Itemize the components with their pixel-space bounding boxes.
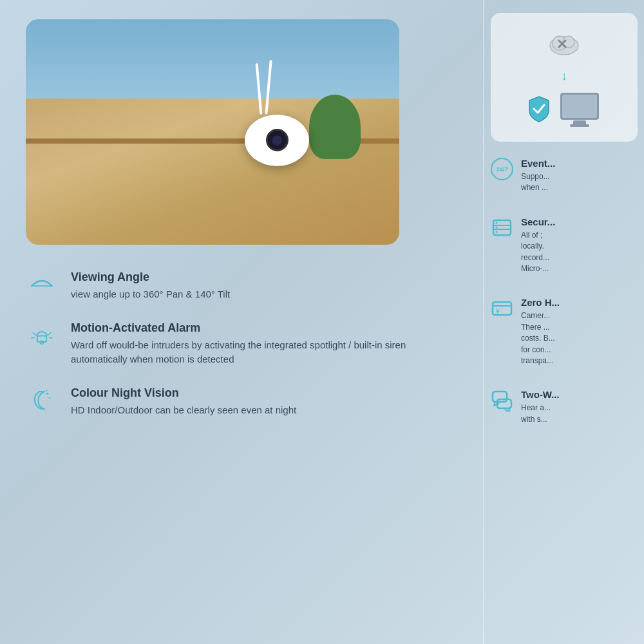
right-icon-event: 24/7 — [491, 158, 513, 180]
right-feature-secure: Secur... All of ;locally.record...Micro-… — [491, 216, 638, 285]
wallet-icon: ¥ — [491, 297, 513, 319]
left-panel: Viewing Angle view angle up to 360° Pan … — [0, 0, 483, 644]
right-icon-secure — [491, 216, 513, 242]
feature-text-viewing: Viewing Angle view angle up to 360° Pan … — [71, 270, 457, 302]
right-feature-event: 24/7 Event... Suppo...when ... — [491, 158, 638, 204]
feature-text-night: Colour Night Vision HD Indoor/Outdoor ca… — [71, 386, 457, 418]
svg-line-3 — [33, 332, 35, 334]
feature-title-viewing: Viewing Angle — [71, 270, 457, 284]
svg-line-5 — [48, 332, 50, 334]
right-panel: ↓ 24/7 Event... — [483, 0, 644, 644]
moon-icon — [29, 386, 55, 412]
svg-point-8 — [49, 397, 50, 398]
badge-247: 24/7 — [491, 158, 513, 180]
feature-title-night: Colour Night Vision — [71, 386, 457, 400]
feature-desc-viewing: view angle up to 360° Pan & 140° Tilt — [71, 287, 457, 302]
top-illustration: ↓ — [491, 13, 638, 142]
feature-desc-alarm: Ward off would-be intruders by activatin… — [71, 338, 457, 367]
right-desc-zero: Camer...There ...costs. B...for con...tr… — [521, 310, 638, 366]
tree-decoration — [309, 95, 361, 159]
feature-desc-night: HD Indoor/Outdoor can be clearly seen ev… — [71, 403, 457, 418]
product-image — [26, 19, 399, 245]
right-feature-twoway: Two-W... Hear a...with s... — [491, 389, 638, 435]
svg-point-23 — [496, 226, 498, 228]
right-text-zero: Zero H... Camer...There ...costs. B...fo… — [521, 297, 638, 366]
svg-rect-28 — [497, 399, 511, 408]
right-title-secure: Secur... — [521, 216, 638, 227]
horizon-icon — [29, 270, 55, 296]
right-title-event: Event... — [521, 158, 638, 169]
right-desc-event: Suppo...when ... — [521, 171, 638, 194]
svg-rect-16 — [562, 95, 597, 118]
svg-rect-27 — [493, 392, 507, 402]
right-feature-zero: ¥ Zero H... Camer...There ...costs. B...… — [491, 297, 638, 376]
right-text-secure: Secur... All of ;locally.record...Micro-… — [521, 216, 638, 275]
camera-lens — [266, 129, 289, 151]
feature-title-alarm: Motion-Activated Alarm — [71, 321, 457, 335]
features-list: Viewing Angle view angle up to 360° Pan … — [26, 270, 457, 417]
svg-rect-18 — [570, 124, 589, 127]
svg-point-7 — [46, 392, 48, 394]
storage-icon — [491, 216, 513, 239]
right-text-event: Event... Suppo...when ... — [521, 158, 638, 194]
monitor-icon — [557, 90, 602, 128]
svg-text:¥: ¥ — [495, 308, 500, 315]
right-desc-secure: All of ;locally.record...Micro-... — [521, 230, 638, 275]
alarm-icon — [29, 321, 55, 347]
right-title-zero: Zero H... — [521, 297, 638, 308]
feature-motion-alarm: Motion-Activated Alarm Ward off would-be… — [26, 321, 457, 367]
right-text-twoway: Two-W... Hear a...with s... — [521, 389, 638, 425]
page-container: Viewing Angle view angle up to 360° Pan … — [0, 0, 644, 644]
svg-point-9 — [46, 390, 47, 391]
feature-icon-viewing — [26, 270, 58, 296]
svg-point-22 — [496, 222, 498, 223]
svg-point-24 — [496, 231, 498, 232]
cloud-x-icon — [547, 26, 582, 62]
feature-icon-alarm — [26, 321, 58, 347]
right-desc-twoway: Hear a...with s... — [521, 402, 638, 425]
image-inner — [26, 19, 399, 245]
right-icon-zero: ¥ — [491, 297, 513, 322]
camera-body — [245, 115, 309, 166]
feature-night-vision: Colour Night Vision HD Indoor/Outdoor ca… — [26, 386, 457, 418]
shield-checkmark-icon — [526, 95, 552, 124]
right-title-twoway: Two-W... — [521, 389, 638, 400]
svg-rect-17 — [573, 120, 586, 125]
right-icon-twoway — [491, 389, 513, 414]
camera-unit — [245, 115, 309, 166]
feature-text-alarm: Motion-Activated Alarm Ward off would-be… — [71, 321, 457, 367]
feature-icon-night — [26, 386, 58, 412]
chat-icon — [491, 389, 513, 412]
feature-viewing-angle: Viewing Angle view angle up to 360° Pan … — [26, 270, 457, 302]
